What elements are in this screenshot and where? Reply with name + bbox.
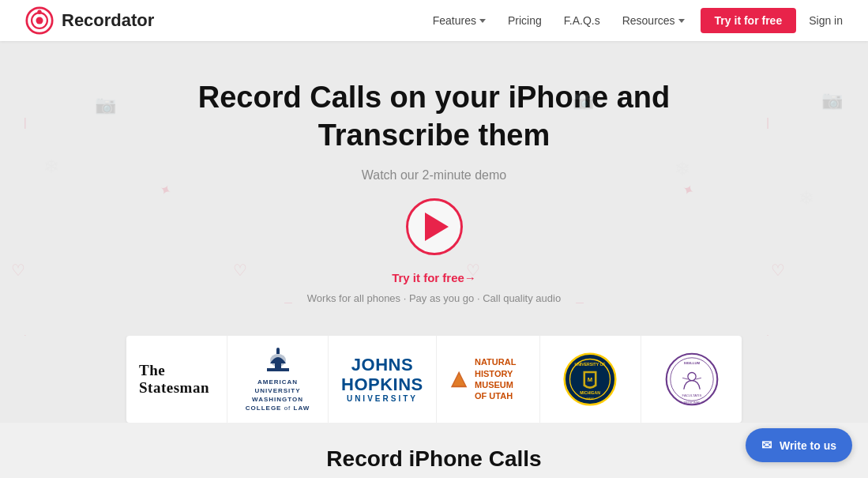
- logo-washington: AMERICAN UNIVERSITYWASHINGTONCOLLEGE of …: [227, 336, 329, 423]
- chevron-down-icon: [678, 19, 685, 23]
- deco-icon: |: [766, 333, 769, 336]
- washington-dome-icon: [264, 346, 292, 374]
- logo-natural-history: NATURAL HISTORYMUSEUM OF UTAH: [437, 336, 540, 423]
- deco-icon: |: [24, 333, 27, 336]
- svg-point-2: [36, 17, 43, 24]
- deco-icon: ❄: [674, 158, 690, 180]
- washington-wrap: AMERICAN UNIVERSITYWASHINGTONCOLLEGE of …: [240, 346, 315, 413]
- bottom-title: Record iPhone Calls: [63, 446, 805, 472]
- logo-statesman: The Statesman: [126, 336, 227, 423]
- svg-line-23: [696, 378, 701, 379]
- nh-text: NATURAL HISTORYMUSEUM OF UTAH: [475, 356, 527, 401]
- svg-rect-4: [267, 368, 289, 371]
- deco-icon: 📷: [821, 90, 843, 111]
- nav-links: Features Pricing F.A.Q.s Resources: [433, 14, 685, 27]
- hero-title: Record Calls on your iPhone and Transcri…: [166, 79, 703, 154]
- svg-text:1817: 1817: [587, 397, 595, 401]
- university-seal-icon: SIGILLUM FACULTATIS MEDICINAE: [665, 352, 719, 406]
- statesman-logo-text: The Statesman: [139, 362, 214, 397]
- write-to-us-label: Write to us: [780, 439, 836, 452]
- deco-icon: ♡: [11, 261, 25, 280]
- logo-university-seal: SIGILLUM FACULTATIS MEDICINAE: [641, 336, 742, 423]
- svg-text:MICHIGAN: MICHIGAN: [581, 390, 601, 395]
- bottom-section: Record iPhone Calls: [0, 423, 868, 472]
- hero-subtitle: Watch our 2-minute demo: [362, 168, 506, 183]
- jhu-text-main: JOHNS HOPKINS: [341, 356, 423, 393]
- sign-in-button[interactable]: Sign in: [809, 14, 843, 27]
- svg-line-22: [682, 378, 688, 379]
- nh-logo-icon: [449, 364, 468, 394]
- hero-section: 📷 📷 📷 ❄ ❄ ❄ ♡ ♡ ♡ ♡ | | | | ✦ ✦ — — | | …: [0, 41, 868, 336]
- svg-text:UNIVERSITY OF: UNIVERSITY OF: [575, 362, 606, 367]
- play-button[interactable]: [406, 198, 463, 255]
- play-circle[interactable]: [406, 198, 463, 255]
- try-it-free-button[interactable]: Try it for free: [701, 8, 797, 33]
- try-it-free-link[interactable]: Try it for free→: [392, 271, 476, 284]
- deco-icon: 📷: [95, 95, 116, 115]
- svg-point-8: [276, 348, 280, 351]
- michigan-seal-icon: UNIVERSITY OF MICHIGAN 1817 M: [563, 352, 617, 406]
- deco-icon: |: [766, 116, 769, 129]
- nav-resources[interactable]: Resources: [622, 14, 685, 27]
- washington-text: AMERICAN UNIVERSITYWASHINGTONCOLLEGE of …: [240, 378, 315, 413]
- logo-michigan: UNIVERSITY OF MICHIGAN 1817 M: [540, 336, 641, 423]
- nav-pricing[interactable]: Pricing: [508, 14, 542, 27]
- deco-icon: ♡: [771, 261, 785, 280]
- deco-icon: ❄: [798, 187, 814, 209]
- svg-point-3: [37, 10, 41, 14]
- hero-features: Works for all phones · Pay as you go · C…: [307, 292, 561, 304]
- nav-faq[interactable]: F.A.Q.s: [564, 14, 600, 27]
- deco-icon: ❄: [43, 156, 59, 178]
- envelope-icon: ✉: [761, 438, 772, 453]
- jhu-text-sub: UNIVERSITY: [347, 394, 418, 403]
- logo-icon: [25, 6, 54, 35]
- deco-icon: |: [24, 116, 27, 129]
- logo-jhu: JOHNS HOPKINS JOHNS HOPKINS UNIVERSITY: [329, 336, 437, 423]
- logos-section: The Statesman AMERICAN UNIVERSITYWASHING…: [126, 336, 742, 423]
- logo[interactable]: Recordator: [25, 6, 154, 35]
- deco-icon: —: [284, 298, 292, 307]
- nh-wrap: NATURAL HISTORYMUSEUM OF UTAH: [449, 356, 527, 401]
- deco-icon: ✦: [679, 180, 697, 201]
- svg-point-21: [687, 373, 695, 381]
- play-triangle-icon: [425, 213, 449, 241]
- write-to-us-widget[interactable]: ✉ Write to us: [746, 428, 852, 462]
- jhu-wrap: JOHNS HOPKINS JOHNS HOPKINS UNIVERSITY: [341, 356, 423, 402]
- navbar: Recordator Features Pricing F.A.Q.s Reso…: [0, 0, 868, 41]
- svg-text:FACULTATIS: FACULTATIS: [682, 393, 701, 397]
- chevron-down-icon: [479, 19, 486, 23]
- svg-text:M: M: [588, 376, 592, 383]
- deco-icon: ✦: [156, 180, 175, 201]
- deco-icon: —: [576, 298, 584, 307]
- deco-icon: ♡: [233, 261, 247, 280]
- nav-features[interactable]: Features: [433, 14, 486, 27]
- svg-text:SIGILLUM: SIGILLUM: [683, 361, 700, 365]
- svg-text:MEDICINAE: MEDICINAE: [683, 401, 701, 405]
- logo-text: Recordator: [62, 10, 154, 31]
- logos-container-outer: The Statesman AMERICAN UNIVERSITYWASHING…: [0, 336, 868, 423]
